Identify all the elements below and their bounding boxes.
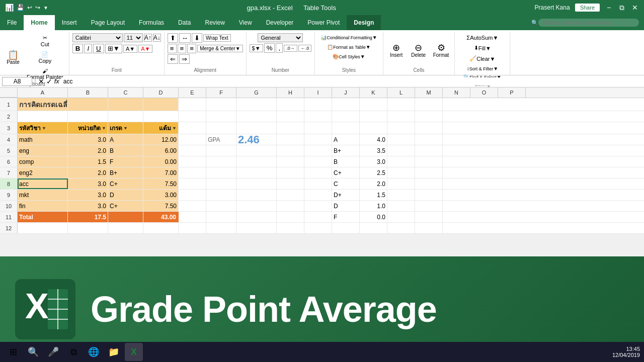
function-icon[interactable]: fx [54, 77, 59, 85]
cell-a12[interactable] [18, 223, 68, 233]
cell-m5[interactable] [415, 145, 443, 156]
cell-d3[interactable]: แต้ม ▼ [143, 122, 179, 134]
col-header-h[interactable]: H [277, 87, 304, 98]
cell-l11[interactable] [387, 212, 415, 222]
align-middle-button[interactable]: ↔ [179, 33, 191, 43]
cell-c5[interactable]: B [108, 145, 143, 156]
cell-b10[interactable]: 3.0 [68, 201, 108, 211]
cell-b6[interactable]: 1.5 [68, 156, 108, 167]
italic-button[interactable]: I [84, 44, 92, 53]
wrap-text-button[interactable]: Wrap Text [203, 34, 231, 42]
cell-a10[interactable]: fin [18, 201, 68, 211]
cell-e8[interactable] [179, 178, 206, 189]
cell-c6[interactable]: F [108, 156, 143, 167]
col-header-c[interactable]: C [108, 87, 143, 98]
format-as-table-button[interactable]: 📋 Format as Table ▼ [325, 43, 373, 51]
font-shrink-button[interactable]: A↓ [153, 34, 161, 42]
insert-button[interactable]: ⊕ Insert [386, 36, 407, 65]
cell-i5[interactable] [304, 145, 332, 156]
cell-e2[interactable] [179, 111, 206, 122]
cell-m7[interactable] [415, 167, 443, 178]
col-header-f[interactable]: F [206, 87, 236, 98]
tab-page-layout[interactable]: Page Layout [84, 15, 132, 30]
cell-d2[interactable] [143, 111, 179, 122]
cell-l2[interactable] [387, 111, 415, 122]
cell-m10[interactable] [415, 201, 443, 211]
cell-c7[interactable]: B+ [108, 167, 143, 178]
cell-l10[interactable] [387, 201, 415, 211]
font-color-button[interactable]: A▼ [138, 45, 152, 53]
cell-b4[interactable]: 3.0 [68, 134, 108, 145]
cell-d1[interactable] [143, 98, 179, 111]
cell-k3[interactable] [360, 122, 387, 134]
cell-h7[interactable] [277, 167, 304, 178]
cell-g5[interactable] [236, 145, 277, 156]
cell-f3[interactable] [206, 122, 236, 134]
cell-m8[interactable] [415, 178, 443, 189]
minimize-button[interactable]: − [605, 4, 613, 12]
decimal-dec-button[interactable]: ←.0 [298, 45, 312, 52]
decimal-inc-button[interactable]: .0→ [284, 45, 297, 52]
cell-k10[interactable]: 1.0 [360, 201, 387, 211]
cell-g3[interactable] [236, 122, 277, 134]
cell-b1[interactable] [68, 98, 108, 111]
cell-i1[interactable] [304, 98, 332, 111]
cell-a7[interactable]: eng2 [18, 167, 68, 178]
cell-f12[interactable] [206, 223, 236, 233]
cell-g4[interactable]: 2.46 [236, 134, 277, 145]
col-header-i[interactable]: I [304, 87, 332, 98]
cell-j10[interactable]: D [332, 201, 360, 211]
sort-filter-button[interactable]: ↕ Sort & Filter ▼ [461, 64, 504, 73]
col-header-l[interactable]: L [387, 87, 415, 98]
cell-m2[interactable] [415, 111, 443, 122]
cell-i4[interactable] [304, 134, 332, 145]
cell-c1[interactable] [108, 98, 143, 111]
cell-l3[interactable] [387, 122, 415, 134]
font-grow-button[interactable]: A↑ [144, 34, 152, 42]
col-header-n[interactable]: N [443, 87, 470, 98]
cell-f7[interactable] [206, 167, 236, 178]
tab-home[interactable]: Home [24, 15, 54, 30]
cell-f2[interactable] [206, 111, 236, 122]
col-header-p[interactable]: P [498, 87, 526, 98]
cell-h4[interactable] [277, 134, 304, 145]
cell-k2[interactable] [360, 111, 387, 122]
cell-k11[interactable]: 0.0 [360, 212, 387, 222]
align-right-button[interactable]: ≡ [187, 44, 196, 53]
edge-button[interactable]: 🌐 [85, 343, 103, 361]
cell-c3[interactable]: เกรด ▼ [108, 122, 143, 134]
cell-styles-button[interactable]: 🎨 Cell Styles ▼ [330, 52, 367, 61]
cell-i7[interactable] [304, 167, 332, 178]
cell-d4[interactable]: 12.00 [143, 134, 179, 145]
col-header-a[interactable]: A [18, 87, 68, 98]
cell-k7[interactable]: 2.5 [360, 167, 387, 178]
currency-button[interactable]: $▼ [250, 44, 263, 52]
cell-f10[interactable] [206, 201, 236, 211]
tab-developer[interactable]: Developer [259, 15, 301, 30]
tab-file[interactable]: File [0, 15, 24, 30]
tab-review[interactable]: Review [198, 15, 231, 30]
fill-button[interactable]: ⬇ Fill ▼ [471, 43, 494, 53]
copy-button[interactable]: 📄 Copy [24, 50, 66, 65]
cell-b7[interactable]: 2.0 [68, 167, 108, 178]
highlight-button[interactable]: A▼ [123, 45, 137, 53]
cell-e7[interactable] [179, 167, 206, 178]
cell-h11[interactable] [277, 212, 304, 222]
cell-i10[interactable] [304, 201, 332, 211]
cell-k8[interactable]: 2.0 [360, 178, 387, 189]
tab-insert[interactable]: Insert [55, 15, 84, 30]
cell-j9[interactable]: D+ [332, 190, 360, 200]
cell-e1[interactable] [179, 98, 206, 111]
confirm-icon[interactable]: ✓ [46, 77, 52, 85]
align-center-button[interactable]: ≡ [178, 44, 187, 53]
cell-m9[interactable] [415, 190, 443, 200]
cell-d10[interactable]: 7.50 [143, 201, 179, 211]
cell-b5[interactable]: 2.0 [68, 145, 108, 156]
font-size-select[interactable]: 11 [124, 33, 143, 42]
cell-k5[interactable]: 3.5 [360, 145, 387, 156]
cell-g8[interactable] [236, 178, 277, 189]
cell-d5[interactable]: 6.00 [143, 145, 179, 156]
cell-f5[interactable] [206, 145, 236, 156]
cell-f8[interactable] [206, 178, 236, 189]
cell-f4[interactable]: GPA [206, 134, 236, 145]
